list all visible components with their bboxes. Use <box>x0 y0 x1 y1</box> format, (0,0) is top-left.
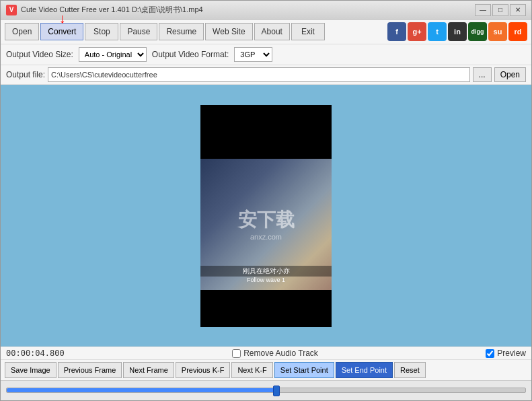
prev-kf-button[interactable]: Previous K-F <box>176 362 231 378</box>
reddit-icon[interactable]: rd <box>508 22 527 41</box>
toolbar: Open Convert ↓ Stop Pause Resume Web Sit… <box>1 20 531 44</box>
convert-button[interactable]: Convert <box>40 23 83 40</box>
preview-label: Preview <box>497 349 526 358</box>
video-size-label: Output Video Size: <box>6 50 73 59</box>
next-kf-button[interactable]: Next K-F <box>231 362 272 378</box>
timecode: 00:00:04.800 <box>6 349 65 358</box>
video-middle: 安下载 anxz.com 刚具在绝对小亦 Follow wave 1 <box>200 159 332 290</box>
facebook-icon[interactable]: f <box>387 22 406 41</box>
watermark-en: anxz.com <box>238 233 295 241</box>
video-subtitle: 刚具在绝对小亦 Follow wave 1 <box>200 266 332 283</box>
save-image-button[interactable]: Save Image <box>5 362 56 378</box>
delicious-icon[interactable]: in <box>448 22 467 41</box>
main-window: V Cute Video Cutter Free ver 1.401 D:\桌面… <box>0 0 532 401</box>
output-file-label: Output file: <box>6 70 45 79</box>
resume-button[interactable]: Resume <box>159 23 204 40</box>
video-size-select[interactable]: Auto - Original 320x240 640x480 1280x720 <box>79 47 147 62</box>
stop-button[interactable]: Stop <box>85 23 118 40</box>
watermark: 安下载 anxz.com <box>238 207 295 241</box>
subtitle-cn: 刚具在绝对小亦 <box>200 266 332 277</box>
timeline-handle[interactable] <box>273 386 280 396</box>
controls-row: Save Image Previous Frame Next Frame Pre… <box>1 359 531 380</box>
preview-checkbox[interactable] <box>486 349 494 358</box>
output-file-input[interactable] <box>48 67 470 82</box>
app-icon: V <box>6 5 17 15</box>
social-icons: f g+ t in digg su rd <box>387 22 527 41</box>
open-file-button[interactable]: Open <box>494 67 526 82</box>
video-format-label: Output Video Format: <box>152 50 229 59</box>
prev-frame-button[interactable]: Previous Frame <box>58 362 122 378</box>
video-bottom-black <box>200 290 332 327</box>
subtitle-en: Follow wave 1 <box>200 277 332 283</box>
maximize-button[interactable]: □ <box>492 4 508 16</box>
set-start-button[interactable]: Set Start Point <box>274 362 334 378</box>
digg-icon[interactable]: digg <box>468 22 487 41</box>
website-button[interactable]: Web Site <box>205 23 252 40</box>
file-row: Output file: ... Open <box>1 65 531 85</box>
about-button[interactable]: About <box>254 23 290 40</box>
title-bar: V Cute Video Cutter Free ver 1.401 D:\桌面… <box>1 1 531 20</box>
video-area: 安下载 anxz.com 刚具在绝对小亦 Follow wave 1 <box>1 85 531 347</box>
reset-button[interactable]: Reset <box>394 362 426 378</box>
remove-audio-label: Remove Audio Track <box>243 349 318 358</box>
timeline-area[interactable] <box>1 380 531 400</box>
timeline-track[interactable] <box>6 388 526 393</box>
title-bar-controls: — □ ✕ <box>475 4 526 16</box>
next-frame-button[interactable]: Next Frame <box>123 362 174 378</box>
set-end-button[interactable]: Set End Point <box>336 362 393 378</box>
twitter-icon[interactable]: t <box>428 22 447 41</box>
video-format-select[interactable]: 3GP MP4 AVI MOV WMV <box>234 47 272 62</box>
timeline-progress <box>7 388 276 392</box>
googleplus-icon[interactable]: g+ <box>408 22 426 41</box>
video-top-black <box>200 105 332 159</box>
video-preview: 安下载 anxz.com 刚具在绝对小亦 Follow wave 1 <box>200 105 332 327</box>
status-bar: 00:00:04.800 Remove Audio Track Preview <box>1 347 531 359</box>
audio-track-group: Remove Audio Track <box>232 349 318 358</box>
watermark-cn: 安下载 <box>238 207 295 233</box>
close-button[interactable]: ✕ <box>510 4 526 16</box>
pause-button[interactable]: Pause <box>120 23 157 40</box>
title-bar-text: Cute Video Cutter Free ver 1.401 D:\桌面\说… <box>21 5 475 15</box>
remove-audio-checkbox[interactable] <box>232 349 241 358</box>
stumble-icon[interactable]: su <box>488 22 507 41</box>
preview-group: Preview <box>486 349 526 358</box>
exit-button[interactable]: Exit <box>291 23 325 40</box>
open-button[interactable]: Open <box>5 23 39 40</box>
minimize-button[interactable]: — <box>475 4 491 16</box>
browse-button[interactable]: ... <box>473 67 492 82</box>
options-row: Output Video Size: Auto - Original 320x2… <box>1 44 531 65</box>
